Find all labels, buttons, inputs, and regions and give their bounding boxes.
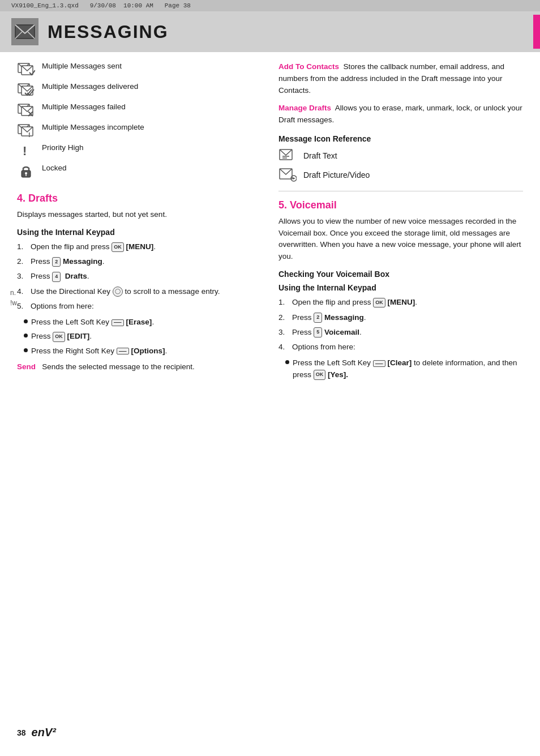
step-4: 4. Use the Directional Key ◯ to scroll t… [17, 286, 262, 297]
list-item: Locked [17, 163, 262, 179]
list-item: Multiple Messages delivered [17, 82, 262, 97]
page-number: 38 [17, 728, 26, 737]
multi-delivered-icon [17, 82, 35, 97]
bullet-dot [285, 360, 289, 364]
section-5-voicemail: 5. Voicemail Allows you to view the numb… [278, 199, 523, 381]
left-softkey-icon2: — [373, 360, 385, 367]
icon-label: Multiple Messages failed [42, 102, 126, 113]
multi-incomplete-icon: ! [17, 122, 35, 138]
right-column: Add To Contacts Stores the callback numb… [278, 61, 523, 385]
step-5: 5. Options from here: [17, 301, 262, 312]
list-item: Multiple Messages failed [17, 102, 262, 118]
add-contacts-label: Add To Contacts [278, 62, 339, 71]
icon-label: Priority High [42, 143, 84, 153]
bullet-3: Press the Right Soft Key — [Options]. [24, 345, 262, 357]
icon-label: Multiple Messages sent [42, 61, 122, 72]
bullet-dot [24, 319, 28, 323]
margin-text: n. !w [10, 289, 17, 307]
right-softkey-icon: — [117, 348, 129, 354]
section5-heading: 5. Voicemail [278, 199, 523, 211]
section4-bullets: Press the Left Soft Key — [Erase]. Press… [17, 317, 262, 357]
multi-sent-icon [17, 61, 35, 77]
list-item: ! Priority High [17, 143, 262, 159]
left-column: Multiple Messages sent Multiple Messages… [17, 61, 262, 385]
priority-high-icon: ! [17, 143, 35, 159]
section5-check-heading: Checking Your Voicemail Box [278, 270, 523, 279]
main-content: Multiple Messages sent Multiple Messages… [0, 61, 540, 385]
section5-intro: Allows you to view the number of new voi… [278, 216, 523, 263]
locked-icon [17, 163, 35, 179]
draft-text-icon [278, 148, 297, 164]
draft-picture-icon [278, 167, 297, 183]
send-description: Send Sends the selected message to the r… [17, 361, 262, 373]
bullet-2: Press OK [EDIT]. [24, 331, 262, 342]
header-bar: VX9100_Eng_1.3.qxd 9/30/08 10:00 AM Page… [0, 0, 540, 11]
ok-key-icon4: OK [314, 370, 326, 380]
header-filename: VX9100_Eng_1.3.qxd [11, 2, 79, 9]
ok-key-icon: OK [112, 242, 124, 253]
step-2: 2. Press 2 Messaging. [278, 312, 523, 323]
icon-ref-heading: Message Icon Reference [278, 134, 523, 143]
step-4: 4. Options from here: [278, 341, 523, 353]
section5-steps: 1. Open the flip and press OK [MENU]. 2.… [278, 297, 523, 353]
section-4-drafts: 4. Drafts Displays messages started, but… [17, 193, 262, 373]
key-5-icon: 5 [314, 327, 322, 338]
list-item: Multiple Messages sent [17, 61, 262, 77]
key-4-icon: 4 [52, 272, 61, 282]
icon-label: Multiple Messages delivered [42, 82, 138, 92]
step-3: 3. Press 5 Voicemail. [278, 327, 523, 338]
send-desc-text: Sends the selected message to the recipi… [42, 362, 194, 371]
icon-list: Multiple Messages sent Multiple Messages… [17, 61, 262, 179]
brand-logo: enV² [32, 726, 56, 739]
svg-point-16 [25, 172, 27, 174]
header-time: 10:00 AM [123, 2, 153, 9]
bullet-1: Press the Left Soft Key — [Erase]. [24, 317, 262, 328]
pink-accent-bar [533, 15, 540, 49]
header-page: Page 38 [165, 2, 191, 9]
header-date: 9/30/08 [90, 2, 116, 9]
add-contacts-block: Add To Contacts Stores the callback numb… [278, 61, 523, 97]
section-divider [278, 191, 523, 191]
icon-ref-item: Draft Picture/Video [278, 167, 523, 183]
section4-intro: Displays messages started, but not yet s… [17, 209, 262, 221]
draft-text-label: Draft Text [303, 151, 337, 160]
bullet-1: Press the Left Soft Key — [Clear] to del… [285, 357, 523, 381]
left-softkey-icon: — [112, 319, 124, 326]
step-2: 2. Press 2 Messaging. [17, 256, 262, 267]
section4-heading: 4. Drafts [17, 193, 262, 204]
manage-drafts-label: Manage Drafts [278, 104, 331, 112]
send-label: Send [17, 362, 36, 371]
title-section: MESSAGING [0, 11, 540, 52]
section5-keypad-heading: Using the Internal Keypad [278, 283, 523, 292]
ok-key-icon2: OK [53, 332, 65, 342]
section4-keypad-heading: Using the Internal Keypad [17, 228, 262, 237]
manage-drafts-block: Manage Drafts Allows you to erase, mark,… [278, 102, 523, 126]
step-1: 1. Open the flip and press OK [MENU]. [278, 297, 523, 308]
messaging-icon [11, 18, 38, 45]
page-footer: 38 enV² [17, 726, 56, 739]
key-2-icon2: 2 [314, 313, 322, 323]
key-2-icon: 2 [52, 257, 61, 267]
icon-label: Locked [42, 163, 67, 174]
page-title: MESSAGING [48, 22, 169, 42]
list-item: ! Multiple Messages incomplete [17, 122, 262, 138]
bullet-dot [24, 334, 28, 338]
multi-failed-icon [17, 102, 35, 118]
ok-key-icon3: OK [373, 298, 385, 308]
icon-label: Multiple Messages incomplete [42, 122, 144, 133]
bullet-dot [24, 348, 28, 352]
draft-picture-label: Draft Picture/Video [303, 170, 370, 180]
svg-text:!: ! [23, 144, 27, 158]
section4-steps: 1. Open the flip and press OK [MENU]. 2.… [17, 241, 262, 312]
dir-key-icon: ◯ [113, 287, 123, 297]
section5-bullets: Press the Left Soft Key — [Clear] to del… [278, 357, 523, 381]
step-3: 3. Press 4 Drafts. [17, 271, 262, 282]
svg-text:!: ! [28, 131, 31, 138]
icon-ref-item: Draft Text [278, 148, 523, 164]
svg-marker-23 [293, 177, 295, 180]
step-1: 1. Open the flip and press OK [MENU]. [17, 241, 262, 253]
icon-ref-section: Message Icon Reference Draft Text [278, 134, 523, 183]
